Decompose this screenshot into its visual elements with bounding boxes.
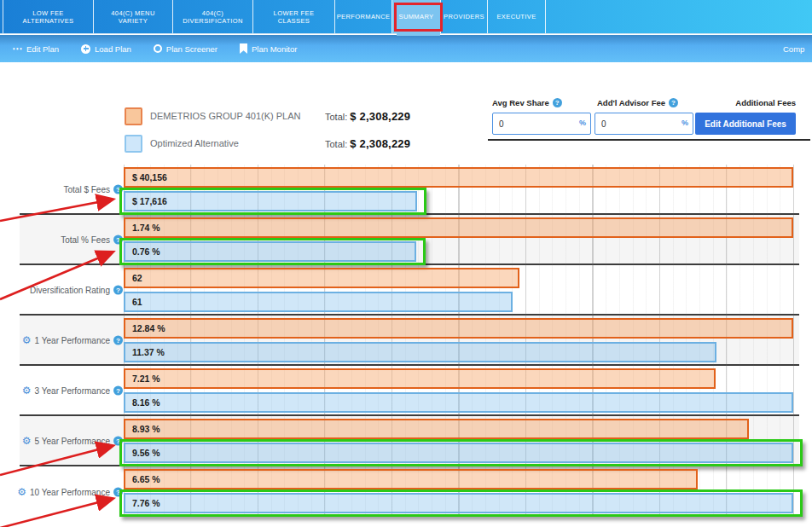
tab-404c-diversification[interactable]: 404(C) DIVERSIFICATION xyxy=(173,0,253,33)
toolbar-right-link[interactable]: Comp xyxy=(783,35,812,62)
alternative-bar-value: 61 xyxy=(125,297,142,307)
row-label-text: Total % Fees xyxy=(61,235,110,244)
help-icon[interactable]: ? xyxy=(113,335,123,345)
avg-rev-share-label: Avg Rev Share ? xyxy=(492,98,562,107)
row-label-text: 10 Year Performance xyxy=(30,487,110,496)
plan-screener-button[interactable]: Plan Screener xyxy=(154,44,218,54)
alternative-bar: 7.76 % xyxy=(124,493,793,513)
plan-bar: 1.74 % xyxy=(124,217,793,238)
plan-bar-value: 6.65 % xyxy=(125,474,160,484)
tab-lower-fee-classes[interactable]: LOWER FEE CLASSES xyxy=(253,0,335,33)
plan-bar: 6.65 % xyxy=(124,469,698,489)
alternative-bar-value: 8.16 % xyxy=(125,397,160,408)
alternative-bar: 9.56 % xyxy=(124,443,793,463)
avg-rev-share-input[interactable] xyxy=(492,113,591,135)
plan-total: Total:$ 2,308,229 xyxy=(325,110,410,123)
plan-bar-value: 1.74 % xyxy=(125,223,160,233)
row-1-year-performance: ⚙1 Year Performance? 12.84 % 11.37 % xyxy=(20,316,799,366)
load-plan-button[interactable]: Load Plan xyxy=(81,44,131,54)
comparison-chart: ⚙Total $ Fees? $ 40,156 $ 17,616 ⚙Total … xyxy=(20,165,799,517)
gear-icon[interactable]: ⚙ xyxy=(22,336,32,345)
help-icon[interactable]: ? xyxy=(113,285,123,294)
row-diversification-rating: ⚙Diversification Rating? 62 61 xyxy=(20,265,799,316)
avg-rev-share-field-wrap: % xyxy=(492,113,591,135)
row-label-text: 3 Year Performance xyxy=(35,385,110,395)
gear-icon[interactable]: ⚙ xyxy=(17,488,26,496)
tab-low-fee-alternatives[interactable]: LOW FEE ALTERNATIVES xyxy=(3,0,94,33)
summary-page: { "nav": { "tabs": [ { "label": "LOW FEE… xyxy=(0,0,812,527)
alternative-bar-value: 9.56 % xyxy=(125,448,160,458)
legend-alternative-row: Optimized Alternative Total:$ 2,308,229 xyxy=(125,134,410,153)
plan-total-label: Total: xyxy=(325,112,347,122)
alternative-bar: 0.76 % xyxy=(124,241,416,262)
tab-performance[interactable]: PERFORMANCE xyxy=(335,0,392,33)
row-label-text: Diversification Rating xyxy=(30,285,110,294)
row-3-year-performance: ⚙3 Year Performance? 7.21 % 8.16 % xyxy=(20,366,799,416)
tab-executive[interactable]: EXECUTIVE xyxy=(488,0,546,33)
alternative-bar-value: 11.37 % xyxy=(125,347,165,357)
ring-icon xyxy=(154,44,162,53)
gear-icon[interactable]: ⚙ xyxy=(22,386,32,395)
circle-plus-icon xyxy=(81,44,90,54)
main-nav: LOW FEE ALTERNATIVES 404(C) MENU VARIETY… xyxy=(0,0,812,34)
alternative-bar: 11.37 % xyxy=(124,342,716,362)
additional-fees-label: Additional Fees xyxy=(695,98,796,107)
plan-bar: 8.93 % xyxy=(124,419,749,439)
alternative-total-value: $ 2,308,229 xyxy=(350,137,410,150)
help-icon[interactable]: ? xyxy=(113,235,123,244)
plan-bar-value: 12.84 % xyxy=(125,323,165,333)
alternative-total-label: Total: xyxy=(325,139,347,149)
plan-bar-value: 7.21 % xyxy=(125,374,160,384)
plan-bar: 62 xyxy=(124,268,519,288)
help-icon[interactable]: ? xyxy=(553,98,562,107)
addl-advisor-fee-input[interactable] xyxy=(594,113,693,135)
row-total-percent-fees: ⚙Total % Fees? 1.74 % 0.76 % xyxy=(20,215,799,265)
bookmark-icon xyxy=(240,43,247,54)
plan-bar-value: $ 40,156 xyxy=(125,172,167,182)
addl-advisor-fee-text: Add'l Advisor Fee xyxy=(597,98,665,107)
plan-screener-label: Plan Screener xyxy=(166,44,218,54)
edit-plan-button[interactable]: ⋯ Edit Plan xyxy=(12,44,59,54)
help-icon[interactable]: ? xyxy=(113,184,123,194)
row-total-dollar-fees: ⚙Total $ Fees? $ 40,156 $ 17,616 xyxy=(20,165,799,215)
tab-providers[interactable]: PROVIDERS xyxy=(441,0,488,33)
plan-bar: 12.84 % xyxy=(124,318,793,339)
edit-plan-label: Edit Plan xyxy=(26,44,59,54)
plan-bar-value: 62 xyxy=(125,273,142,283)
edit-additional-fees-button[interactable]: Edit Additional Fees xyxy=(695,113,796,135)
alternative-bar-value: 7.76 % xyxy=(125,498,160,508)
row-label-text: Total $ Fees xyxy=(64,184,110,194)
plan-monitor-button[interactable]: Plan Monitor xyxy=(240,43,297,54)
alternative-bar: $ 17,616 xyxy=(124,191,417,211)
plan-total-value: $ 2,308,229 xyxy=(350,110,410,123)
tab-404c-menu-variety[interactable]: 404(C) MENU VARIETY xyxy=(94,0,173,33)
plan-bar: $ 40,156 xyxy=(124,167,793,188)
help-icon[interactable]: ? xyxy=(669,98,678,107)
row-label-text: 1 Year Performance xyxy=(35,335,110,345)
help-icon[interactable]: ? xyxy=(113,436,123,445)
row-10-year-performance: ⚙10 Year Performance? 6.65 % 7.76 % xyxy=(20,466,799,517)
alternative-bar: 8.16 % xyxy=(124,392,793,413)
controls-divider xyxy=(488,139,810,141)
load-plan-label: Load Plan xyxy=(95,44,131,54)
help-icon[interactable]: ? xyxy=(113,385,123,395)
plan-bar-value: 8.93 % xyxy=(125,424,160,434)
plan-color-swatch xyxy=(125,107,142,125)
row-5-year-performance: ⚙5 Year Performance? 8.93 % 9.56 % xyxy=(20,416,799,466)
gear-icon[interactable]: ⚙ xyxy=(22,437,32,445)
addl-advisor-fee-field-wrap: % xyxy=(594,113,693,135)
legend-plan-row: DEMETRIOS GROUP 401(K) PLAN Total:$ 2,30… xyxy=(125,107,410,125)
alternative-bar-value: 0.76 % xyxy=(125,246,160,257)
alternative-bar: 61 xyxy=(124,292,513,312)
row-label-text: 5 Year Performance xyxy=(35,436,110,445)
tab-summary[interactable]: SUMMARY xyxy=(392,0,441,33)
alternative-color-swatch xyxy=(125,135,142,153)
edit-icon: ⋯ xyxy=(12,45,22,52)
alternative-bar-value: $ 17,616 xyxy=(125,196,167,206)
plan-name: DEMETRIOS GROUP 401(K) PLAN xyxy=(150,111,316,121)
plan-bar: 7.21 % xyxy=(124,368,716,389)
active-tab-tail xyxy=(397,32,440,36)
help-icon[interactable]: ? xyxy=(113,487,123,496)
alternative-name: Optimized Alternative xyxy=(150,138,316,148)
plan-toolbar: ⋯ Edit Plan Load Plan Plan Screener Plan… xyxy=(0,35,812,62)
